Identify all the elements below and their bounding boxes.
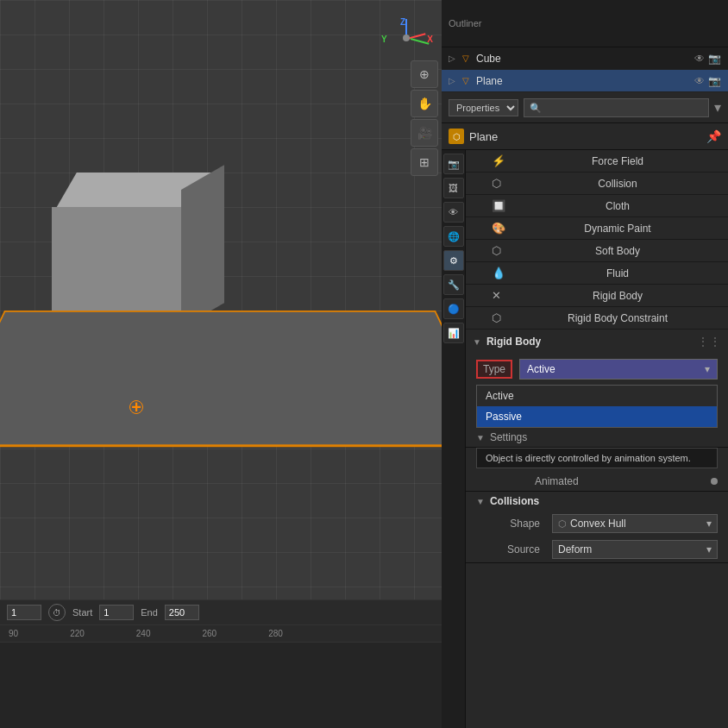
crosshair-ring [129, 400, 143, 414]
properties-expand-icon[interactable]: ▾ [714, 99, 721, 116]
collisions-collapse-icon: ▼ [476, 497, 485, 506]
collision-label: Collision [514, 178, 721, 190]
cloth-item[interactable]: 🔲 Cloth [466, 195, 728, 217]
source-label: Source [476, 543, 545, 555]
physics-items-list: ⚡ Force Field ⬡ Collision 🔲 Cloth 🎨 Dyna… [466, 150, 728, 329]
plane-object-icon: ▽ [459, 74, 473, 88]
axis-center [403, 35, 410, 41]
rigid-body-item[interactable]: ✕ Rigid Body [466, 285, 728, 307]
dropdown-option-passive[interactable]: Passive [477, 406, 717, 427]
plane-vis-icons: 👁 📷 [694, 75, 721, 87]
viewport[interactable]: Z X Y ⊕ ✋ 🎥 ⊞ [0, 0, 442, 599]
force-field-label: Force Field [514, 155, 721, 167]
tooltip: Object is directly controlled by animati… [476, 448, 718, 468]
settings-collapse-icon: ▼ [476, 433, 485, 442]
timeline-ruler: 90 220 240 260 280 [0, 625, 442, 643]
sidebar-icons: 📷 🖼 👁 🌐 ⚙ 🔧 🔵 📊 [442, 150, 466, 728]
type-row: Type Active ▾ [466, 354, 728, 385]
type-dropdown-menu: Active Passive [476, 385, 718, 428]
source-dropdown[interactable]: Deform ▾ [552, 540, 718, 559]
zoom-button[interactable]: ⊕ [411, 60, 438, 88]
timeline: 1 ⏱ Start 1 End 250 90 220 240 260 280 [0, 599, 442, 728]
soft-body-label: Soft Body [514, 245, 721, 257]
soft-body-item[interactable]: ⬡ Soft Body [466, 240, 728, 262]
plane-object-name: Plane [476, 75, 691, 87]
plane-surface [0, 311, 442, 447]
outliner-list: ▷ ▽ Cube 👁 📷 ▷ ▽ Plane 👁 📷 [442, 47, 728, 92]
ruler-mark-240: 240 [136, 629, 151, 638]
dynamic-paint-item[interactable]: 🎨 Dynamic Paint [466, 217, 728, 240]
properties-header: Properties ▾ [442, 92, 728, 123]
collision-icon: ⬡ [492, 177, 507, 190]
properties-content: 📷 🖼 👁 🌐 ⚙ 🔧 🔵 📊 ⚡ Force Field ⬡ Collisio… [442, 150, 728, 728]
object-name-row: ⬡ Plane 📌 [442, 123, 728, 150]
type-dropdown[interactable]: Active ▾ [519, 359, 718, 380]
cube-vis-icons: 👁 📷 [694, 53, 721, 65]
pan-button[interactable]: ✋ [411, 90, 438, 117]
timeline-tracks[interactable] [0, 643, 442, 728]
sidebar-object-icon[interactable]: 🔧 [443, 274, 464, 295]
timer-icon: ⏱ [48, 604, 66, 621]
dynamic-paint-icon: 🎨 [492, 222, 507, 235]
rigid-body-section-title: Rigid Body [486, 336, 541, 348]
shape-dropdown[interactable]: ⬡ Convex Hull ▾ [552, 514, 718, 533]
cube-object-name: Cube [476, 53, 691, 65]
dropdown-option-active[interactable]: Active [477, 386, 717, 406]
shape-value: Convex Hull [570, 518, 626, 530]
props-main: ⚡ Force Field ⬡ Collision 🔲 Cloth 🎨 Dyna… [466, 150, 728, 728]
current-frame-input[interactable]: 1 [7, 605, 41, 620]
shape-dropdown-arrow: ▾ [706, 518, 712, 530]
cube-eye-icon[interactable]: 👁 [694, 53, 705, 65]
grid-button[interactable]: ⊞ [411, 148, 438, 176]
origin-marker [128, 399, 145, 416]
sidebar-render-icon[interactable]: 📷 [443, 154, 464, 174]
animated-dot [711, 478, 718, 485]
object-name: Plane [469, 130, 498, 143]
fluid-label: Fluid [514, 267, 721, 279]
properties-search[interactable] [524, 98, 709, 117]
outliner-item-cube[interactable]: ▷ ▽ Cube 👁 📷 [442, 47, 728, 70]
outliner-header: Outliner [442, 0, 728, 47]
sidebar-output-icon[interactable]: 🖼 [443, 178, 464, 198]
outliner-item-plane[interactable]: ▷ ▽ Plane 👁 📷 [442, 70, 728, 92]
collision-item[interactable]: ⬡ Collision [466, 173, 728, 195]
sidebar-scene-icon[interactable]: 🌐 [443, 226, 464, 247]
ruler-mark-280: 280 [268, 629, 283, 638]
pin-icon[interactable]: 📌 [706, 129, 721, 143]
end-frame-input[interactable]: 250 [165, 605, 199, 620]
rigid-body-section: ▼ Rigid Body ⋮⋮ Type Active ▾ Active Pas… [466, 329, 728, 492]
collisions-header[interactable]: ▼ Collisions [466, 492, 728, 511]
rigid-body-label: Rigid Body [514, 290, 721, 302]
cloth-icon: 🔲 [492, 199, 507, 212]
fluid-item[interactable]: 💧 Fluid [466, 262, 728, 285]
settings-header[interactable]: ▼ Settings [466, 428, 728, 447]
rigid-body-constraint-item[interactable]: ⬡ Rigid Body Constraint [466, 307, 728, 329]
plane-camera-icon[interactable]: 📷 [708, 75, 721, 87]
timeline-controls: 1 ⏱ Start 1 End 250 [0, 600, 442, 625]
start-frame-input[interactable]: 1 [99, 605, 134, 620]
collisions-section: ▼ Collisions Shape ⬡ Convex Hull ▾ Sourc… [466, 492, 728, 563]
sidebar-view-icon[interactable]: 👁 [443, 202, 464, 223]
sidebar-physics-icon[interactable]: ⚙ [443, 250, 464, 271]
section-options-icon[interactable]: ⋮⋮ [697, 335, 721, 348]
rigid-body-section-header[interactable]: ▼ Rigid Body ⋮⋮ [466, 329, 728, 354]
section-collapse-icon: ▼ [473, 337, 481, 347]
sidebar-modifier-icon[interactable]: 🔵 [443, 298, 464, 319]
animated-row: Animated [466, 472, 728, 491]
source-value: Deform [558, 543, 592, 555]
plane-object [0, 302, 440, 457]
force-field-item[interactable]: ⚡ Force Field [466, 150, 728, 173]
plane-eye-icon[interactable]: 👁 [694, 75, 705, 87]
object-type-icon: ⬡ [449, 129, 464, 144]
camera-button[interactable]: 🎥 [411, 119, 438, 147]
shape-icon: ⬡ [558, 518, 567, 530]
settings-title: Settings [490, 431, 527, 443]
shape-label: Shape [476, 518, 545, 530]
end-label: End [141, 607, 158, 618]
plane-expand-arrow: ▷ [449, 76, 455, 85]
soft-body-icon: ⬡ [492, 244, 507, 257]
sidebar-data-icon[interactable]: 📊 [443, 323, 464, 343]
type-label: Type [476, 360, 512, 379]
properties-dropdown[interactable]: Properties [449, 99, 518, 116]
cube-camera-icon[interactable]: 📷 [708, 53, 721, 65]
